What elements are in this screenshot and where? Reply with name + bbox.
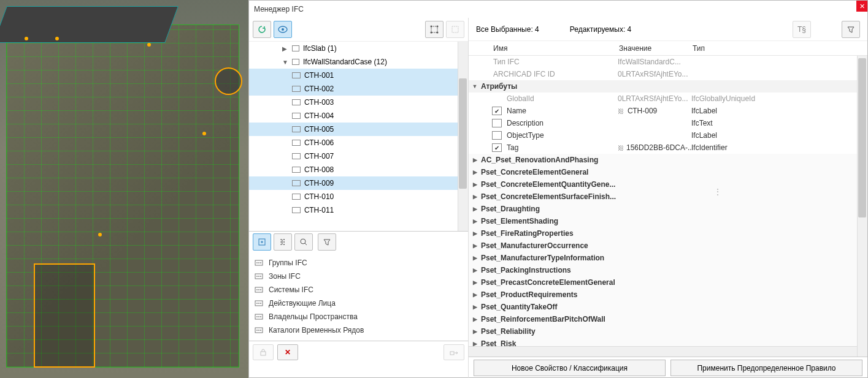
prop-pset[interactable]: ▶Pset_ConcreteElementGeneral <box>469 166 867 178</box>
prop-pset[interactable]: ▶Pset_QuantityTakeOff <box>469 301 867 313</box>
prop-pset[interactable]: ▶Pset_ConcreteElementQuantityGene... <box>469 178 867 191</box>
list-item[interactable]: Системы IFC <box>254 283 463 297</box>
svg-rect-2 <box>431 26 437 32</box>
selection-dot <box>55 37 59 40</box>
bottom-list-panel: Группы IFCЗоны IFCСистемы IFCДействующие… <box>249 231 468 341</box>
list-item[interactable]: Зоны IFC <box>254 270 463 283</box>
tree-item-label: СТН-004 <box>304 112 334 120</box>
tree-item[interactable]: СТН-004 <box>249 109 468 123</box>
svg-point-26 <box>256 303 258 304</box>
wall-icon <box>292 99 301 105</box>
lock-button[interactable] <box>253 344 274 360</box>
svg-point-5 <box>431 32 432 34</box>
mode-assign-button[interactable] <box>253 233 271 251</box>
options-button[interactable] <box>318 233 336 251</box>
new-property-button[interactable]: Новое Свойство / Классификация <box>474 360 666 376</box>
prop-pset[interactable]: ▶Pset_PrecastConcreteElementGeneral <box>469 276 867 289</box>
props-hscroll[interactable] <box>469 346 857 357</box>
svg-point-34 <box>256 330 258 331</box>
column-type[interactable]: Тип <box>693 44 867 53</box>
category-icon <box>254 312 264 321</box>
tree-item[interactable]: СТН-005 <box>249 123 468 136</box>
wall-icon <box>292 180 301 186</box>
apply-rule-button[interactable]: Применить Предопределенное Правило <box>670 360 862 376</box>
right-panel: Все Выбранные: 4 Редактируемых: 4 T§ Имя… <box>469 18 867 378</box>
svg-point-12 <box>301 239 305 244</box>
type-filter-button[interactable]: T§ <box>793 21 811 38</box>
prop-attr-tag[interactable]: ✔Tag⛓156DD2BB-6DCA-...IfcIdentifier <box>469 142 867 154</box>
titlebar[interactable]: Менеджер IFC ✕ <box>249 1 867 18</box>
funnel-filter-button[interactable] <box>842 21 860 38</box>
prop-type-ifc[interactable]: Тип IFCIfcWallStandardC... <box>469 56 867 68</box>
scroll-thumb[interactable] <box>858 58 866 217</box>
prop-pset[interactable]: ▶Pset_ManufacturerOccurrence <box>469 240 867 252</box>
svg-point-15 <box>258 262 259 263</box>
prop-attr-globalid[interactable]: GlobalId0LRTAxRSfAjhtEYo...IfcGloballyUn… <box>469 93 867 105</box>
splitter[interactable] <box>713 19 718 355</box>
assign-button[interactable] <box>444 344 464 360</box>
scroll-thumb[interactable] <box>459 78 467 189</box>
delete-button[interactable]: ✕ <box>277 344 298 360</box>
viewport-3d[interactable] <box>0 0 248 378</box>
prop-pset[interactable]: ▶Pset_ElementShading <box>469 215 867 227</box>
svg-point-35 <box>258 330 259 331</box>
tree-item[interactable]: СТН-011 <box>249 203 468 217</box>
prop-pset[interactable]: ▶Pset_PackingInstructions <box>469 264 867 276</box>
tree-item[interactable]: СТН-001 <box>249 69 468 82</box>
svg-point-4 <box>437 26 439 28</box>
prop-group-attributes[interactable]: ▼Атрибуты <box>469 80 867 93</box>
checkbox-icon[interactable]: ✔ <box>492 143 502 152</box>
svg-rect-38 <box>450 352 454 355</box>
prop-attr-description[interactable]: DescriptionIfcText <box>469 117 867 129</box>
tree-item[interactable]: СТН-009 <box>249 176 468 190</box>
prop-pset[interactable]: ▶Pset_ConcreteElementSurfaceFinish... <box>469 191 867 203</box>
property-grid[interactable]: Тип IFCIfcWallStandardC...ARCHICAD IFC I… <box>469 56 867 357</box>
tree-node-slab[interactable]: ▶ IfcSlab (1) <box>249 42 468 55</box>
wall-icon <box>292 113 301 119</box>
view-mode-button[interactable] <box>274 21 292 38</box>
tree-item[interactable]: СТН-006 <box>249 136 468 149</box>
tree-item[interactable]: СТН-002 <box>249 82 468 96</box>
list-item[interactable]: Каталоги Временных Рядов <box>254 323 463 337</box>
props-scrollbar[interactable] <box>857 56 867 357</box>
list-item[interactable]: Владельцы Пространства <box>254 310 463 323</box>
tree-item[interactable]: СТН-010 <box>249 190 468 203</box>
tree-scrollbar[interactable] <box>458 42 468 231</box>
prop-pset[interactable]: ▶Pset_ReinforcementBarPitchOfWall <box>469 313 867 325</box>
checkbox-icon[interactable] <box>492 131 502 140</box>
refresh-button[interactable] <box>253 21 271 38</box>
prop-pset[interactable]: ▶Pset_Reliability <box>469 325 867 338</box>
list-item-label: Группы IFC <box>269 259 307 267</box>
selection-dot <box>25 37 28 40</box>
column-value[interactable]: Значение <box>619 44 693 53</box>
ifc-tree[interactable]: ▶ IfcSlab (1) ▼ IfcWallStandardCase (12)… <box>249 41 468 231</box>
tree-item[interactable]: СТН-003 <box>249 96 468 109</box>
svg-point-24 <box>260 289 261 290</box>
list-item[interactable]: Действующие Лица <box>254 297 463 310</box>
list-item-label: Владельцы Пространства <box>269 312 358 321</box>
tree-item[interactable]: СТН-007 <box>249 149 468 163</box>
prop-pset[interactable]: ▶Pset_Draughting <box>469 203 867 215</box>
list-item[interactable]: Группы IFC <box>254 256 463 270</box>
filter-button[interactable] <box>446 21 464 38</box>
column-name[interactable]: Имя <box>469 44 619 53</box>
mode-tree-button[interactable] <box>274 233 292 251</box>
prop-attr-name[interactable]: ✔Name⛓СТН-009IfcLabel <box>469 105 867 117</box>
checkbox-icon[interactable] <box>492 119 502 127</box>
prop-pset[interactable]: ▶AC_Pset_RenovationAndPhasing <box>469 154 867 166</box>
prop-pset[interactable]: ▶Pset_ManufacturerTypeInformation <box>469 252 867 264</box>
tree-node-wall[interactable]: ▼ IfcWallStandardCase (12) <box>249 55 468 69</box>
prop-pset[interactable]: ▶Pset_ProductRequirements <box>469 289 867 301</box>
chain-icon: ⛓ <box>618 108 625 114</box>
chain-icon: ⛓ <box>618 145 624 151</box>
svg-point-9 <box>283 239 285 240</box>
prop-archicad-id[interactable]: ARCHICAD IFC ID0LRTAxRSfAjhtEYo... <box>469 68 867 80</box>
selection-dot <box>202 132 206 135</box>
prop-attr-objecttype[interactable]: ObjectTypeIfcLabel <box>469 129 867 142</box>
checkbox-icon[interactable]: ✔ <box>492 107 502 115</box>
prop-pset[interactable]: ▶Pset_FireRatingProperties <box>469 227 867 240</box>
select-mode-button[interactable] <box>425 21 444 38</box>
close-button[interactable]: ✕ <box>856 1 867 12</box>
search-button[interactable] <box>294 233 313 251</box>
tree-item[interactable]: СТН-008 <box>249 163 468 176</box>
